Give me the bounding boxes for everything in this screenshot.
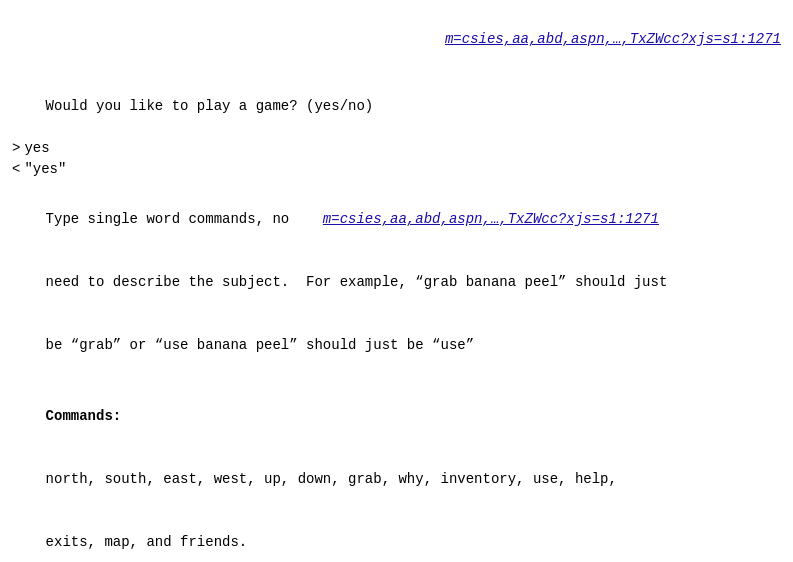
instruction-block: Type single word commands, no m=csies,aa…	[12, 188, 781, 251]
user-input-text: yes	[24, 138, 49, 159]
instruction-link[interactable]: m=csies,aa,abd,aspn,…,TxZWcc?xjs=s1:1271	[323, 211, 659, 227]
response-line: < "yes"	[12, 159, 781, 180]
response-text: "yes"	[24, 159, 66, 180]
prompt-symbol-lt: <	[12, 159, 20, 180]
commands-text-1: north, south, east, west, up, down, grab…	[46, 471, 617, 487]
commands-list-line2: exits, map, and friends.	[12, 511, 781, 562]
instruction-line3: be “grab” or “use banana peel” should ju…	[12, 314, 781, 377]
question-line: Would you like to play a game? (yes/no)	[12, 75, 781, 138]
instruction-text-2: need to describe the subject. For exampl…	[46, 274, 668, 290]
commands-text-2: exits, map, and friends.	[46, 534, 248, 550]
instruction-text-1: Type single word commands, no	[46, 211, 323, 227]
instruction-text-3: be “grab” or “use banana peel” should ju…	[46, 337, 474, 353]
prompt-symbol-gt: >	[12, 138, 20, 159]
commands-section: Commands:	[12, 385, 781, 448]
question-text: Would you like to play a game? (yes/no)	[46, 98, 374, 114]
commands-label: Commands:	[46, 408, 122, 424]
commands-list-line1: north, south, east, west, up, down, grab…	[12, 448, 781, 511]
top-link-line: m=csies,aa,abd,aspn,…,TxZWcc?xjs=s1:1271	[12, 8, 781, 71]
user-input-line: > yes	[12, 138, 781, 159]
main-content: m=csies,aa,abd,aspn,…,TxZWcc?xjs=s1:1271…	[12, 8, 781, 562]
top-link[interactable]: m=csies,aa,abd,aspn,…,TxZWcc?xjs=s1:1271	[445, 31, 781, 47]
instruction-line2: need to describe the subject. For exampl…	[12, 251, 781, 314]
